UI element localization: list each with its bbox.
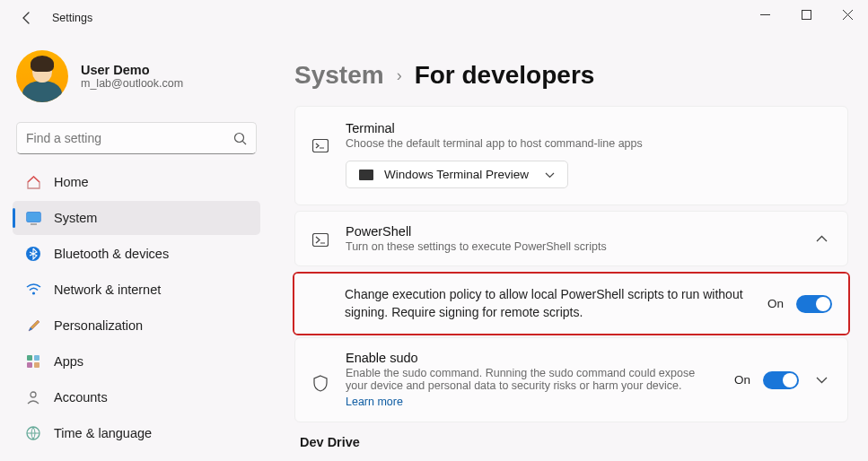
close-button[interactable]	[827, 0, 868, 29]
sidebar-item-apps[interactable]: Apps	[13, 344, 260, 378]
sidebar-item-label: Network & internet	[54, 283, 161, 297]
profile-email: m_lab@outlook.com	[81, 77, 183, 90]
paintbrush-icon	[25, 317, 41, 334]
dev-drive-section-title: Dev Drive	[300, 435, 848, 449]
wifi-icon	[25, 282, 41, 298]
bluetooth-icon	[25, 246, 41, 262]
svg-rect-5	[27, 213, 40, 222]
sudo-toggle[interactable]	[763, 371, 799, 389]
terminal-selected: Windows Terminal Preview	[384, 168, 529, 181]
sidebar-item-label: System	[54, 211, 97, 225]
chevron-down-icon[interactable]	[811, 377, 831, 384]
svg-rect-9	[27, 355, 32, 361]
powershell-icon	[311, 231, 329, 247]
sidebar-item-label: Accounts	[54, 390, 108, 404]
sidebar-item-label: Home	[54, 175, 89, 189]
avatar	[16, 50, 68, 102]
system-icon	[25, 210, 41, 226]
sidebar-item-label: Personalization	[54, 318, 143, 333]
sidebar-item-personalization[interactable]: Personalization	[13, 309, 260, 343]
terminal-dropdown[interactable]: Windows Terminal Preview	[346, 161, 568, 188]
svg-point-8	[31, 291, 34, 294]
breadcrumb-leaf: For developers	[415, 61, 595, 90]
sudo-learn-more-link[interactable]: Learn more	[346, 396, 403, 408]
window-controls	[744, 0, 868, 29]
terminal-app-icon	[359, 170, 373, 180]
sidebar-item-system[interactable]: System	[13, 201, 260, 235]
svg-rect-15	[313, 140, 329, 152]
sudo-desc: Enable the sudo command. Running the sud…	[346, 367, 718, 392]
maximize-button[interactable]	[785, 0, 827, 29]
execution-policy-state: On	[767, 297, 784, 310]
svg-rect-16	[313, 233, 329, 246]
sudo-state: On	[734, 373, 750, 387]
sidebar-item-network[interactable]: Network & internet	[13, 273, 260, 307]
sudo-title: Enable sudo	[346, 351, 718, 365]
main-content: System › For developers Terminal Choose …	[269, 36, 868, 461]
powershell-subtitle: Turn on these settings to execute PowerS…	[346, 240, 795, 253]
minimize-button[interactable]	[744, 0, 785, 29]
search-icon	[233, 132, 247, 145]
svg-rect-11	[27, 362, 32, 368]
profile-name: User Demo	[81, 63, 183, 77]
sidebar-item-label: Apps	[54, 354, 83, 369]
sidebar-item-home[interactable]: Home	[13, 165, 260, 199]
svg-rect-12	[34, 362, 39, 368]
search-box[interactable]	[16, 122, 257, 154]
sidebar-item-bluetooth[interactable]: Bluetooth & devices	[13, 237, 260, 271]
apps-icon	[25, 353, 41, 370]
powershell-title: PowerShell	[346, 224, 795, 239]
terminal-card: Terminal Choose the default terminal app…	[294, 106, 848, 205]
svg-point-13	[31, 392, 36, 397]
sidebar-item-label: Bluetooth & devices	[54, 247, 169, 261]
terminal-icon	[311, 121, 329, 152]
terminal-subtitle: Choose the default terminal app to host …	[346, 137, 831, 150]
svg-rect-10	[34, 355, 39, 361]
window-title: Settings	[52, 12, 92, 24]
search-input[interactable]	[26, 131, 233, 145]
execution-policy-desc: Change execution policy to allow local P…	[345, 286, 751, 321]
powershell-header-card[interactable]: PowerShell Turn on these settings to exe…	[294, 211, 848, 266]
svg-rect-1	[802, 10, 811, 19]
back-button[interactable]	[16, 7, 38, 29]
sidebar-item-label: Time & language	[54, 426, 152, 440]
chevron-up-icon[interactable]	[811, 235, 831, 242]
accounts-icon	[25, 389, 41, 405]
profile[interactable]: User Demo m_lab@outlook.com	[13, 47, 260, 118]
nav: Home System Bluetooth & devices Network …	[13, 165, 260, 461]
execution-policy-row: Change execution policy to allow local P…	[294, 274, 848, 334]
execution-policy-highlight: Change execution policy to allow local P…	[293, 272, 850, 335]
svg-point-2	[235, 133, 244, 142]
execution-policy-toggle[interactable]	[796, 295, 832, 313]
sidebar-item-accounts[interactable]: Accounts	[13, 380, 260, 414]
globe-clock-icon	[25, 425, 41, 441]
svg-line-3	[242, 141, 246, 144]
breadcrumb-root[interactable]: System	[294, 61, 384, 90]
breadcrumb: System › For developers	[294, 61, 848, 90]
chevron-down-icon	[545, 168, 555, 181]
shield-icon	[311, 368, 329, 392]
sidebar-item-time[interactable]: Time & language	[13, 416, 260, 450]
terminal-title: Terminal	[346, 121, 831, 135]
sudo-card: Enable sudo Enable the sudo command. Run…	[294, 337, 848, 422]
chevron-right-icon: ›	[397, 66, 402, 85]
home-icon	[25, 174, 41, 190]
titlebar: Settings	[0, 0, 868, 36]
sidebar: User Demo m_lab@outlook.com Home System …	[0, 36, 269, 461]
